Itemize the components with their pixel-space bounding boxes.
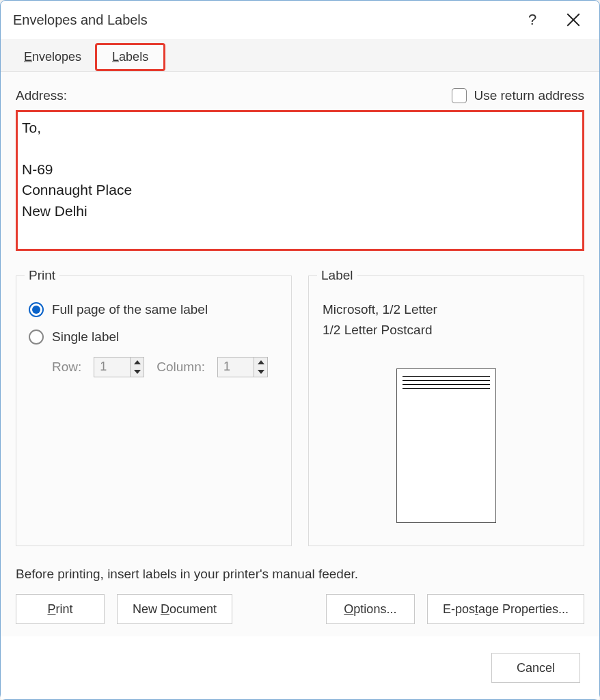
address-header: Address: Use return address (16, 88, 584, 103)
spinner-up[interactable] (131, 358, 144, 367)
use-return-label: Use return address (474, 88, 584, 103)
envelopes-labels-dialog: Envelopes and Labels ? Envelopes Labels … (0, 0, 600, 700)
tab-labels[interactable]: Labels (95, 43, 165, 71)
preview-line (403, 388, 490, 389)
close-icon (567, 13, 580, 27)
checkbox-icon (452, 88, 467, 103)
feeder-hint: Before printing, insert labels in your p… (16, 567, 584, 582)
groups-row: Print Full page of the same label Single… (16, 275, 584, 546)
preview-line (403, 376, 490, 377)
spacer (245, 594, 314, 624)
svg-marker-3 (134, 370, 141, 374)
print-legend: Print (25, 268, 59, 283)
label-product: 1/2 Letter Postcard (323, 320, 570, 340)
print-group: Print Full page of the same label Single… (16, 275, 292, 546)
tab-labels-label: abels (119, 50, 148, 64)
use-return-address-checkbox[interactable]: Use return address (452, 88, 584, 103)
cancel-button[interactable]: Cancel (491, 653, 580, 683)
label-info: Microsoft, 1/2 Letter 1/2 Letter Postcar… (321, 295, 571, 345)
radio-single-label-text: Single label (52, 329, 119, 345)
tab-envelopes-label: nvelopes (32, 50, 81, 64)
help-button[interactable]: ? (519, 11, 546, 29)
new-document-button[interactable]: New Document (117, 594, 232, 624)
label-preview (396, 368, 496, 523)
dialog-body: Address: Use return address Print Full p… (1, 72, 599, 636)
row-label: Row: (52, 360, 81, 375)
tabs: Envelopes Labels (1, 39, 599, 72)
label-group[interactable]: Label Microsoft, 1/2 Letter 1/2 Letter P… (308, 275, 584, 546)
row-value: 1 (94, 358, 130, 377)
label-vendor: Microsoft, 1/2 Letter (323, 299, 570, 320)
epostage-button[interactable]: E-postage Properties... (427, 594, 584, 624)
spinner-up[interactable] (254, 358, 267, 367)
svg-marker-2 (134, 360, 141, 364)
footer: Cancel (1, 636, 599, 699)
spinner-down[interactable] (131, 367, 144, 377)
column-spinner[interactable]: 1 (217, 357, 268, 377)
row-spinner[interactable]: 1 (94, 357, 144, 377)
column-value: 1 (218, 358, 254, 377)
address-input[interactable] (16, 110, 584, 251)
close-button[interactable] (560, 6, 587, 33)
spinner-arrows (130, 358, 144, 377)
preview-line (403, 380, 490, 381)
column-label: Column: (156, 360, 205, 375)
svg-marker-4 (258, 360, 264, 364)
radio-single-label[interactable]: Single label (29, 329, 279, 345)
label-legend: Label (317, 268, 357, 283)
print-button[interactable]: Print (16, 594, 105, 624)
address-label: Address: (16, 88, 67, 103)
radio-icon (29, 329, 44, 345)
radio-full-page[interactable]: Full page of the same label (29, 302, 279, 317)
dialog-title: Envelopes and Labels (13, 12, 519, 28)
row-column-controls: Row: 1 Column: 1 (52, 357, 279, 377)
tab-envelopes[interactable]: Envelopes (10, 43, 95, 71)
action-buttons: Print New Document Options... E-postage … (16, 594, 584, 624)
svg-marker-5 (258, 370, 264, 374)
radio-full-page-label: Full page of the same label (52, 302, 208, 317)
preview-line (403, 384, 490, 385)
options-button[interactable]: Options... (326, 594, 415, 624)
radio-icon (29, 302, 44, 317)
spinner-arrows (254, 358, 267, 377)
spinner-down[interactable] (254, 367, 267, 377)
titlebar: Envelopes and Labels ? (1, 1, 599, 39)
